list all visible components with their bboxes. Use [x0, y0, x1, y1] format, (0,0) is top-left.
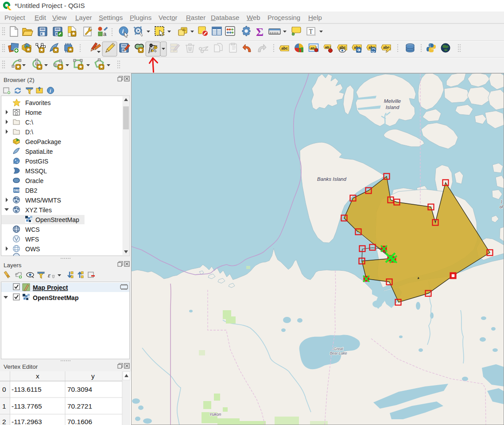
svg-text:Great: Great	[333, 347, 343, 351]
svg-text:ab: ab	[325, 45, 329, 49]
svg-text:Oracle: Oracle	[25, 177, 43, 184]
svg-text:ab: ab	[310, 46, 314, 50]
svg-text:Home: Home	[25, 109, 42, 116]
svg-text:70.1606: 70.1606	[67, 418, 92, 425]
svg-text:1: 1	[2, 402, 6, 410]
svg-text:): )	[500, 199, 502, 204]
svg-text:PostGIS: PostGIS	[25, 158, 48, 165]
svg-text:a: a	[103, 31, 107, 37]
svg-text:WCS: WCS	[25, 226, 40, 233]
svg-text:Σ: Σ	[256, 26, 264, 39]
svg-text:Melville: Melville	[384, 98, 401, 104]
svg-text:MSSQL: MSSQL	[25, 168, 47, 175]
svg-text:OWS: OWS	[25, 246, 40, 253]
svg-text:DB2: DB2	[14, 189, 19, 192]
svg-text:WFS: WFS	[25, 236, 39, 243]
svg-text:-113.6115: -113.6115	[12, 386, 42, 393]
svg-text:DB2: DB2	[25, 187, 37, 194]
svg-text:SpatiaLite: SpatiaLite	[25, 148, 53, 155]
svg-text:OpenStreetMap: OpenStreetMap	[33, 294, 78, 301]
svg-text:OpenStreetMap: OpenStreetMap	[35, 216, 79, 223]
svg-text:GeoPackage: GeoPackage	[25, 138, 61, 145]
svg-text:Map Project: Map Project	[33, 284, 68, 291]
svg-text:Yukon: Yukon	[209, 412, 221, 417]
svg-text:-117.2963: -117.2963	[12, 418, 42, 425]
svg-text:Vertex Editor: Vertex Editor	[4, 363, 38, 370]
svg-text:ε: ε	[48, 272, 50, 279]
svg-text:Layers: Layers	[4, 262, 22, 269]
svg-text:Bear Lake: Bear Lake	[330, 351, 347, 355]
svg-text:70.3094: 70.3094	[67, 386, 92, 393]
svg-text:70.2721: 70.2721	[67, 402, 92, 410]
svg-text:WMS/WMTS: WMS/WMTS	[25, 197, 61, 204]
svg-text:Island: Island	[386, 105, 399, 110]
svg-text:C:\: C:\	[25, 119, 33, 126]
svg-text:x: x	[36, 372, 39, 380]
svg-text:Banks Island: Banks Island	[317, 176, 346, 182]
svg-text:D:\: D:\	[25, 129, 33, 136]
svg-text:-113.7765: -113.7765	[12, 402, 42, 410]
svg-text:Browser (2): Browser (2)	[4, 77, 35, 83]
svg-text:XYZ Tiles: XYZ Tiles	[25, 207, 52, 214]
svg-text:i: i	[122, 28, 124, 35]
svg-text:0: 0	[2, 386, 6, 393]
svg-text:y: y	[91, 372, 95, 380]
svg-text:2: 2	[2, 418, 6, 425]
svg-text:Favorites: Favorites	[25, 99, 51, 106]
svg-text:T: T	[309, 28, 313, 35]
